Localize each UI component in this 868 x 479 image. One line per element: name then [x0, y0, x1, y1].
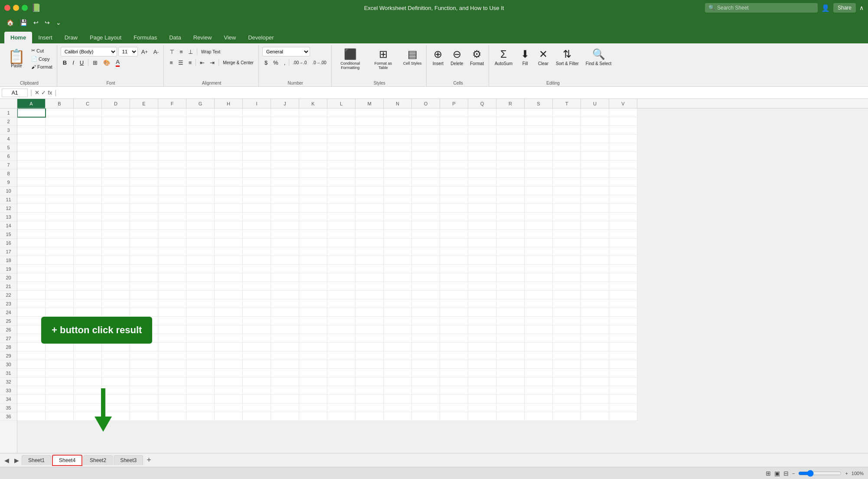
cell-T10[interactable] [553, 187, 581, 195]
cell-Q30[interactable] [468, 360, 496, 369]
cell-M34[interactable] [356, 395, 384, 404]
cell-T23[interactable] [553, 299, 581, 308]
cell-E13[interactable] [130, 213, 158, 221]
cell-O32[interactable] [412, 377, 440, 386]
cell-J28[interactable] [271, 343, 299, 351]
autosum-button[interactable]: Σ AutoSum [493, 47, 515, 67]
cell-M20[interactable] [356, 273, 384, 282]
cell-H17[interactable] [215, 247, 243, 256]
cell-K2[interactable] [299, 117, 327, 126]
cell-B23[interactable] [46, 299, 74, 308]
cell-B21[interactable] [46, 282, 74, 291]
cell-H13[interactable] [215, 213, 243, 221]
decrease-font-button[interactable]: A- [151, 47, 161, 56]
cell-V7[interactable] [609, 161, 637, 169]
cell-P17[interactable] [440, 247, 468, 256]
cell-F29[interactable] [158, 351, 186, 360]
cell-R10[interactable] [496, 187, 525, 195]
col-header-i[interactable]: I [243, 99, 271, 108]
cell-V31[interactable] [609, 369, 637, 377]
row-num-18[interactable]: 18 [0, 256, 17, 265]
cell-L27[interactable] [327, 334, 356, 343]
cell-V12[interactable] [609, 204, 637, 213]
cell-L8[interactable] [327, 169, 356, 178]
cell-H6[interactable] [215, 152, 243, 161]
font-size-select[interactable]: 11 8910 121416 [118, 47, 138, 56]
cell-N11[interactable] [384, 195, 412, 204]
cell-L34[interactable] [327, 395, 356, 404]
cell-L16[interactable] [327, 239, 356, 247]
cell-B34[interactable] [46, 395, 74, 404]
cell-C3[interactable] [74, 126, 102, 135]
cell-J14[interactable] [271, 221, 299, 230]
cell-N34[interactable] [384, 395, 412, 404]
cell-U30[interactable] [581, 360, 609, 369]
cell-G12[interactable] [186, 204, 215, 213]
tab-insert[interactable]: Insert [32, 32, 59, 43]
cell-U1[interactable] [581, 108, 609, 117]
cell-L15[interactable] [327, 230, 356, 239]
cell-L22[interactable] [327, 291, 356, 299]
cell-V26[interactable] [609, 325, 637, 334]
cell-V22[interactable] [609, 291, 637, 299]
cell-G17[interactable] [186, 247, 215, 256]
cell-O11[interactable] [412, 195, 440, 204]
cell-R33[interactable] [496, 386, 525, 395]
tab-draw[interactable]: Draw [59, 32, 84, 43]
font-color-button[interactable]: A [114, 58, 122, 67]
cell-F35[interactable] [158, 404, 186, 412]
cell-N5[interactable] [384, 143, 412, 152]
cell-Q15[interactable] [468, 230, 496, 239]
cell-S12[interactable] [525, 204, 553, 213]
cell-L14[interactable] [327, 221, 356, 230]
cell-I30[interactable] [243, 360, 271, 369]
cell-U36[interactable] [581, 412, 609, 421]
cell-P14[interactable] [440, 221, 468, 230]
left-align-button[interactable]: ≡ [167, 58, 175, 67]
merge-center-button[interactable]: Merge & Center [221, 58, 256, 67]
cell-Q26[interactable] [468, 325, 496, 334]
cell-E2[interactable] [130, 117, 158, 126]
cell-G6[interactable] [186, 152, 215, 161]
cell-G4[interactable] [186, 135, 215, 143]
cell-C28[interactable] [74, 343, 102, 351]
cell-U28[interactable] [581, 343, 609, 351]
cell-D17[interactable] [102, 247, 130, 256]
cell-L23[interactable] [327, 299, 356, 308]
cell-F6[interactable] [158, 152, 186, 161]
cell-S4[interactable] [525, 135, 553, 143]
cell-G36[interactable] [186, 412, 215, 421]
cell-K20[interactable] [299, 273, 327, 282]
cell-U9[interactable] [581, 178, 609, 187]
cell-F13[interactable] [158, 213, 186, 221]
cell-T1[interactable] [553, 108, 581, 117]
cell-Q8[interactable] [468, 169, 496, 178]
cell-J11[interactable] [271, 195, 299, 204]
cell-A14[interactable] [17, 221, 46, 230]
sheet-tab-sheet4[interactable]: Sheet4 [52, 455, 82, 466]
col-header-c[interactable]: C [74, 99, 102, 108]
copy-button[interactable]: 📄 Copy [29, 55, 54, 62]
cell-B12[interactable] [46, 204, 74, 213]
cell-R17[interactable] [496, 247, 525, 256]
cell-H22[interactable] [215, 291, 243, 299]
cell-Q13[interactable] [468, 213, 496, 221]
search-input[interactable] [705, 3, 818, 13]
cell-T2[interactable] [553, 117, 581, 126]
cell-D29[interactable] [102, 351, 130, 360]
cell-D15[interactable] [102, 230, 130, 239]
minimize-button[interactable] [13, 5, 19, 11]
cell-I12[interactable] [243, 204, 271, 213]
cell-V14[interactable] [609, 221, 637, 230]
cell-S14[interactable] [525, 221, 553, 230]
cell-G24[interactable] [186, 308, 215, 317]
cell-L6[interactable] [327, 152, 356, 161]
borders-button[interactable]: ⊞ [91, 58, 100, 67]
cell-Q19[interactable] [468, 265, 496, 273]
cell-J22[interactable] [271, 291, 299, 299]
cell-S26[interactable] [525, 325, 553, 334]
cell-M3[interactable] [356, 126, 384, 135]
row-num-19[interactable]: 19 [0, 265, 17, 273]
cell-I25[interactable] [243, 317, 271, 325]
cell-L31[interactable] [327, 369, 356, 377]
